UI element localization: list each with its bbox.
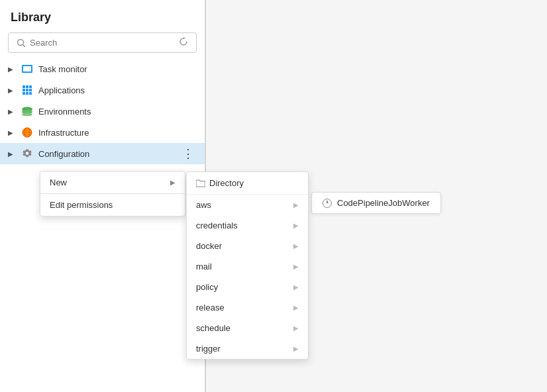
submenu-item-schedule[interactable]: schedule ▶ [187, 318, 308, 338]
sidebar-item-label: Configuration [38, 149, 179, 159]
submenu-item-label: release [196, 303, 224, 313]
task-monitor-icon [20, 63, 34, 75]
folder-icon [196, 179, 205, 187]
sidebar-item-label: Task monitor [38, 64, 197, 74]
sidebar-item-environments[interactable]: ▶ Environments [0, 101, 205, 122]
submenu-header-label: Directory [209, 178, 244, 188]
sidebar-item-infrastructure[interactable]: ▶ Infrastructure [0, 122, 205, 143]
sidebar-item-task-monitor[interactable]: ▶ Task monitor [0, 58, 205, 79]
submenu-item-mail[interactable]: mail ▶ [187, 256, 308, 277]
submenu-arrow: ▶ [170, 179, 175, 186]
submenu-item-label: trigger [196, 344, 221, 354]
submenu-item-label: schedule [196, 323, 230, 333]
search-input[interactable] [30, 38, 175, 48]
submenu-item-trigger[interactable]: trigger ▶ [187, 338, 308, 359]
sidebar-item-applications[interactable]: ▶ Applications [0, 79, 205, 101]
search-icon [17, 38, 26, 48]
submenu-item-arrow: ▶ [293, 324, 299, 332]
submenu-item-release[interactable]: release ▶ [187, 297, 308, 318]
clock-icon [323, 199, 332, 208]
refresh-icon[interactable] [179, 37, 188, 48]
sidebar-item-label: Infrastructure [38, 128, 197, 138]
more-options-button[interactable]: ⋮ [179, 148, 197, 160]
submenu-item-arrow: ▶ [293, 201, 299, 209]
submenu-item-label: policy [196, 282, 218, 292]
submenu-item-label: mail [196, 262, 212, 271]
submenu-item-credentials[interactable]: credentials ▶ [187, 215, 308, 236]
context-menu: New ▶ Directory aws ▶ credent [40, 171, 185, 217]
context-menu-item-label: Edit permissions [50, 200, 113, 210]
expand-arrow: ▶ [8, 108, 17, 115]
expand-arrow: ▶ [8, 150, 17, 158]
submenu-item-docker[interactable]: docker ▶ [187, 236, 308, 256]
badge-label: CodePipelineJobWorker [337, 198, 430, 208]
sidebar-title: Library [0, 0, 205, 30]
context-menu-item-new[interactable]: New ▶ Directory aws ▶ credent [40, 172, 185, 193]
expand-arrow: ▶ [8, 129, 17, 136]
sidebar-item-configuration[interactable]: ▶ Configuration ⋮ New ▶ Directory [0, 143, 205, 164]
submenu-item-arrow: ▶ [293, 263, 299, 270]
submenu-header: Directory [187, 172, 308, 195]
sidebar-item-label: Environments [38, 107, 197, 117]
svg-point-10 [26, 152, 28, 154]
sidebar-item-label: Applications [38, 85, 197, 95]
code-pipeline-badge[interactable]: CodePipelineJobWorker [311, 192, 441, 214]
submenu-item-arrow: ▶ [293, 242, 299, 250]
context-menu-item-edit-permissions[interactable]: Edit permissions [40, 194, 185, 216]
submenu: Directory aws ▶ credentials ▶ docker ▶ [186, 172, 309, 360]
expand-arrow: ▶ [8, 87, 17, 94]
submenu-item-aws[interactable]: aws ▶ [187, 195, 308, 215]
submenu-item-label: docker [196, 241, 222, 251]
infrastructure-icon [20, 126, 34, 138]
submenu-item-label: aws [196, 200, 211, 210]
applications-icon [20, 84, 34, 96]
context-menu-item-label: New [50, 177, 67, 187]
submenu-item-label: credentials [196, 220, 238, 230]
expand-arrow: ▶ [8, 66, 17, 73]
submenu-item-arrow: ▶ [293, 222, 299, 229]
search-bar[interactable] [8, 32, 197, 53]
svg-line-1 [23, 44, 25, 46]
environments-icon [20, 105, 34, 117]
configuration-icon [20, 148, 34, 160]
submenu-item-policy[interactable]: policy ▶ [187, 277, 308, 297]
submenu-item-arrow: ▶ [293, 304, 299, 311]
submenu-item-arrow: ▶ [293, 283, 299, 291]
sidebar: Library ▶ Task monitor ▶ [0, 0, 205, 392]
submenu-item-arrow: ▶ [293, 345, 299, 352]
